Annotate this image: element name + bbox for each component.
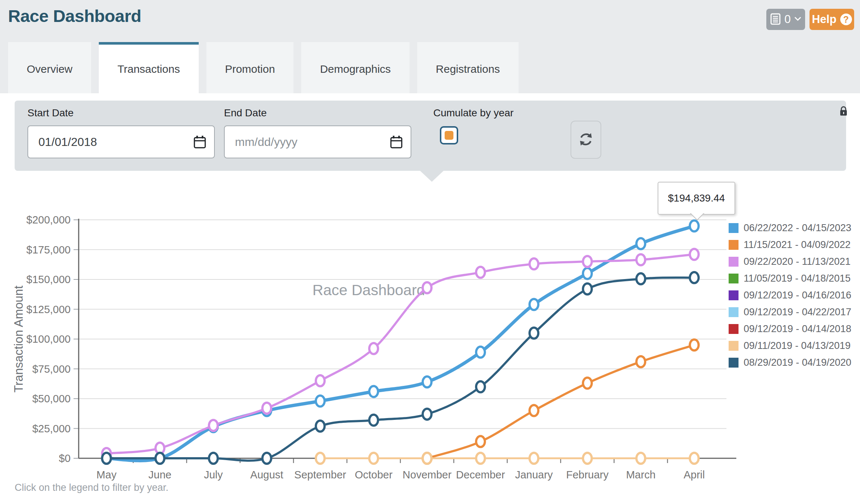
legend-label: 08/29/2019 - 04/19/2020	[744, 357, 851, 368]
legend-item[interactable]: 06/22/2022 - 04/15/2023	[729, 219, 851, 236]
y-tick-label: $175,000	[26, 244, 71, 256]
data-point[interactable]	[316, 421, 325, 432]
data-point[interactable]	[476, 453, 485, 464]
x-tick-label: September	[294, 469, 346, 481]
data-point[interactable]	[423, 453, 431, 464]
data-point[interactable]	[690, 221, 699, 232]
data-point[interactable]	[369, 453, 378, 464]
legend-label: 09/22/2020 - 11/13/2021	[744, 256, 850, 267]
data-point[interactable]	[476, 347, 485, 358]
x-tick-label: April	[684, 469, 705, 481]
legend-hint-text: Click on the legend to filter by year.	[15, 482, 168, 493]
legend-item[interactable]: 09/11/2019 - 04/13/2019	[729, 337, 851, 354]
data-point[interactable]	[583, 256, 592, 267]
x-tick-label: July	[204, 469, 223, 481]
x-tick-label: May	[97, 469, 117, 481]
data-point[interactable]	[316, 375, 325, 386]
data-point[interactable]	[369, 386, 378, 397]
legend-swatch	[729, 341, 739, 351]
data-point[interactable]	[636, 356, 645, 367]
chart-legend: 06/22/2022 - 04/15/202311/15/2021 - 04/0…	[729, 219, 851, 371]
x-tick-label: June	[149, 469, 172, 481]
legend-item[interactable]: 11/05/2019 - 04/18/2015	[729, 270, 851, 287]
y-axis-title: Transaction Amount	[12, 286, 25, 392]
data-point[interactable]	[423, 409, 431, 420]
data-point[interactable]	[476, 267, 485, 278]
y-tick-label: $75,000	[32, 363, 71, 375]
legend-item[interactable]: 09/22/2020 - 11/13/2021	[729, 253, 851, 270]
series-1	[423, 339, 699, 464]
data-point[interactable]	[476, 381, 485, 392]
data-point[interactable]	[423, 282, 431, 293]
y-tick-label: $50,000	[32, 393, 71, 405]
legend-swatch	[729, 358, 739, 368]
data-point[interactable]	[583, 378, 592, 389]
y-tick-label: $25,000	[32, 423, 71, 435]
data-point[interactable]	[530, 405, 538, 416]
data-point[interactable]	[209, 420, 218, 431]
x-tick-label: March	[626, 469, 656, 481]
x-tick-label: February	[566, 469, 609, 481]
y-tick-label: $200,000	[26, 214, 71, 226]
data-point[interactable]	[583, 453, 592, 464]
legend-swatch	[729, 290, 739, 300]
data-point[interactable]	[369, 343, 378, 354]
legend-item[interactable]: 09/12/2019 - 04/14/2018	[729, 320, 851, 337]
y-tick-label: $150,000	[26, 274, 71, 285]
series-line	[106, 255, 694, 454]
x-tick-label: August	[250, 469, 283, 481]
x-tick-label: November	[403, 469, 452, 481]
legend-item[interactable]: 09/12/2019 - 04/16/2016	[729, 287, 851, 304]
data-point[interactable]	[209, 453, 218, 464]
data-point[interactable]	[262, 403, 271, 414]
legend-label: 09/12/2019 - 04/16/2016	[744, 290, 851, 301]
data-point[interactable]	[476, 436, 485, 447]
data-point[interactable]	[636, 254, 645, 265]
x-tick-label: January	[515, 469, 553, 481]
series-2	[102, 249, 699, 459]
data-point[interactable]	[690, 272, 699, 283]
data-point[interactable]	[369, 415, 378, 426]
legend-swatch	[729, 324, 739, 334]
data-point[interactable]	[636, 453, 645, 464]
x-tick-label: December	[456, 469, 505, 481]
legend-label: 11/15/2021 - 04/09/2022	[744, 239, 850, 251]
legend-label: 09/12/2019 - 04/14/2018	[744, 323, 851, 335]
data-point[interactable]	[156, 453, 164, 464]
data-point[interactable]	[690, 339, 699, 350]
data-point[interactable]	[636, 238, 645, 249]
data-point[interactable]	[583, 283, 592, 294]
data-point[interactable]	[102, 453, 111, 464]
x-tick-label: October	[355, 469, 392, 481]
data-point[interactable]	[690, 453, 699, 464]
legend-item[interactable]: 08/29/2019 - 04/19/2020	[729, 354, 851, 371]
legend-swatch	[729, 257, 739, 267]
data-point[interactable]	[636, 273, 645, 284]
y-tick-label: $100,000	[26, 333, 71, 345]
data-point[interactable]	[423, 376, 431, 387]
legend-item[interactable]: 11/15/2021 - 04/09/2022	[729, 236, 851, 253]
y-tick-label: $125,000	[26, 304, 71, 315]
legend-label: 09/11/2019 - 04/13/2019	[744, 340, 850, 351]
legend-item[interactable]: 09/12/2019 - 04/22/2017	[729, 304, 851, 320]
data-point[interactable]	[530, 453, 538, 464]
y-tick-label: $0	[59, 452, 71, 464]
data-point[interactable]	[530, 299, 538, 310]
chart-tooltip-value: $194,839.44	[668, 192, 725, 204]
data-point[interactable]	[530, 259, 538, 270]
data-point[interactable]	[262, 453, 271, 464]
data-point[interactable]	[316, 453, 325, 464]
data-point[interactable]	[530, 328, 538, 339]
data-point[interactable]	[583, 268, 592, 279]
legend-label: 06/22/2022 - 04/15/2023	[744, 222, 851, 234]
data-point[interactable]	[316, 396, 325, 407]
legend-label: 11/05/2019 - 04/18/2015	[744, 273, 850, 284]
legend-swatch	[729, 274, 739, 283]
legend-swatch	[729, 307, 739, 317]
chart-tooltip: $194,839.44	[658, 182, 735, 215]
legend-swatch	[729, 223, 739, 233]
legend-label: 09/12/2019 - 04/22/2017	[744, 306, 851, 318]
data-point[interactable]	[690, 249, 699, 260]
series-0	[102, 221, 699, 464]
legend-swatch	[729, 240, 739, 250]
